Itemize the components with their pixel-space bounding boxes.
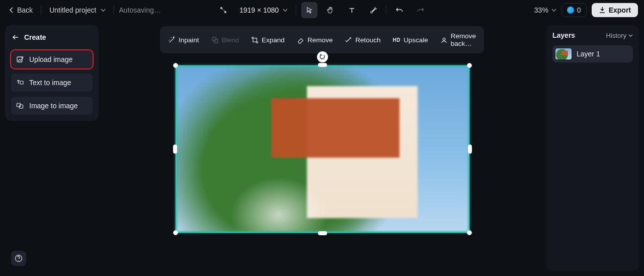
- resize-canvas-button[interactable]: [215, 2, 231, 18]
- chevron-down-icon: [628, 34, 633, 37]
- brush-tool-button[interactable]: [365, 2, 381, 18]
- blend-icon: [211, 36, 219, 44]
- rotate-icon: [319, 53, 326, 60]
- expand-icon: [251, 36, 259, 44]
- text-to-image-label: Text to image: [29, 79, 71, 87]
- select-tool-button[interactable]: [301, 2, 317, 18]
- expand-button[interactable]: Expand: [245, 32, 291, 48]
- download-icon: [599, 7, 606, 14]
- image-to-image-button[interactable]: Image to image: [11, 97, 93, 115]
- rotate-handle[interactable]: [317, 51, 328, 62]
- upscale-label: Upscale: [404, 36, 428, 44]
- history-dropdown[interactable]: History: [606, 32, 633, 39]
- resize-handle-bl[interactable]: [173, 230, 178, 235]
- wand-icon: [168, 36, 176, 44]
- save-status: Autosaving…: [119, 6, 161, 14]
- credits-pill[interactable]: 0: [561, 3, 587, 17]
- canvas-dimensions-dropdown[interactable]: 1919 × 1080: [236, 4, 291, 16]
- undo-button[interactable]: [391, 2, 408, 18]
- back-button[interactable]: Back: [6, 4, 36, 16]
- resize-icon: [219, 6, 227, 14]
- create-panel: Create Upload image Text to image Image …: [5, 25, 99, 121]
- remove-background-button[interactable]: Remove back…: [434, 28, 482, 51]
- credits-value: 0: [577, 6, 581, 14]
- project-title-dropdown[interactable]: Untitled project: [46, 4, 108, 16]
- image-to-image-label: Image to image: [29, 102, 78, 110]
- eraser-icon: [297, 36, 304, 44]
- context-toolbar: Inpaint Blend Expand Remove Retouch HD U…: [160, 26, 484, 53]
- svg-rect-1: [20, 81, 23, 84]
- layer-label: Layer 1: [577, 50, 600, 58]
- resize-handle-br[interactable]: [467, 230, 472, 235]
- divider: [41, 5, 41, 15]
- resize-handle-top[interactable]: [318, 63, 327, 67]
- canvas-image[interactable]: [176, 65, 469, 233]
- create-collapse-icon: [12, 34, 19, 40]
- resize-handle-tr[interactable]: [467, 63, 472, 68]
- layer-item[interactable]: Layer 1: [552, 45, 633, 62]
- resize-handle-left[interactable]: [173, 145, 177, 154]
- chevron-down-icon: [283, 8, 288, 12]
- resize-handle-tl[interactable]: [173, 63, 178, 68]
- expand-label: Expand: [262, 36, 285, 44]
- chevron-down-icon: [101, 8, 106, 12]
- chevron-down-icon: [551, 8, 556, 12]
- zoom-value: 33%: [534, 6, 548, 14]
- retouch-label: Retouch: [355, 36, 380, 44]
- canvas-selection[interactable]: [176, 65, 469, 233]
- divider: [296, 5, 296, 15]
- upload-image-label: Upload image: [29, 55, 72, 63]
- undo-icon: [395, 7, 404, 14]
- image-to-image-icon: [16, 102, 24, 110]
- chevron-left-icon: [9, 7, 14, 13]
- upload-image-icon: [16, 55, 24, 63]
- upload-image-button[interactable]: Upload image: [11, 50, 93, 68]
- divider: [386, 5, 386, 15]
- text-icon: [348, 7, 356, 14]
- text-tool-button[interactable]: [344, 2, 360, 18]
- export-button[interactable]: Export: [592, 3, 638, 17]
- remove-bg-label: Remove back…: [451, 32, 476, 47]
- create-title: Create: [24, 33, 46, 41]
- history-label: History: [606, 32, 626, 39]
- remove-bg-icon: [440, 36, 448, 44]
- inpaint-label: Inpaint: [179, 36, 199, 44]
- create-header[interactable]: Create: [11, 31, 93, 45]
- upscale-button[interactable]: HD Upscale: [386, 32, 434, 48]
- remove-button[interactable]: Remove: [291, 32, 339, 48]
- svg-rect-6: [253, 38, 257, 42]
- credits-icon: [567, 7, 574, 14]
- canvas-dimensions: 1919 × 1080: [239, 6, 279, 14]
- hand-icon: [327, 6, 335, 14]
- blend-button: Blend: [205, 32, 246, 48]
- layers-panel: Layers History Layer 1: [546, 25, 639, 271]
- layer-thumbnail: [555, 48, 572, 59]
- text-to-image-button[interactable]: Text to image: [11, 74, 93, 92]
- cursor-icon: [306, 7, 313, 14]
- remove-label: Remove: [307, 36, 333, 44]
- blend-label: Blend: [222, 36, 239, 44]
- zoom-dropdown[interactable]: 33%: [534, 6, 556, 14]
- redo-icon: [417, 7, 425, 14]
- layers-title: Layers: [552, 31, 575, 39]
- hd-icon: HD: [392, 37, 400, 43]
- retouch-icon: [345, 36, 352, 44]
- divider: [114, 5, 114, 15]
- project-title: Untitled project: [49, 6, 96, 14]
- back-label: Back: [17, 6, 33, 14]
- resize-handle-bottom[interactable]: [318, 231, 327, 235]
- top-bar: Back Untitled project Autosaving… 1919 ×…: [0, 0, 644, 20]
- help-button[interactable]: [11, 251, 26, 266]
- retouch-button[interactable]: Retouch: [339, 32, 386, 48]
- help-icon: [15, 254, 23, 262]
- inpaint-button[interactable]: Inpaint: [162, 32, 205, 48]
- resize-handle-right[interactable]: [468, 145, 472, 154]
- pan-tool-button[interactable]: [323, 2, 339, 18]
- export-label: Export: [609, 6, 631, 14]
- text-to-image-icon: [16, 79, 24, 87]
- svg-point-7: [443, 38, 445, 40]
- brush-icon: [369, 6, 377, 14]
- redo-button[interactable]: [413, 2, 429, 18]
